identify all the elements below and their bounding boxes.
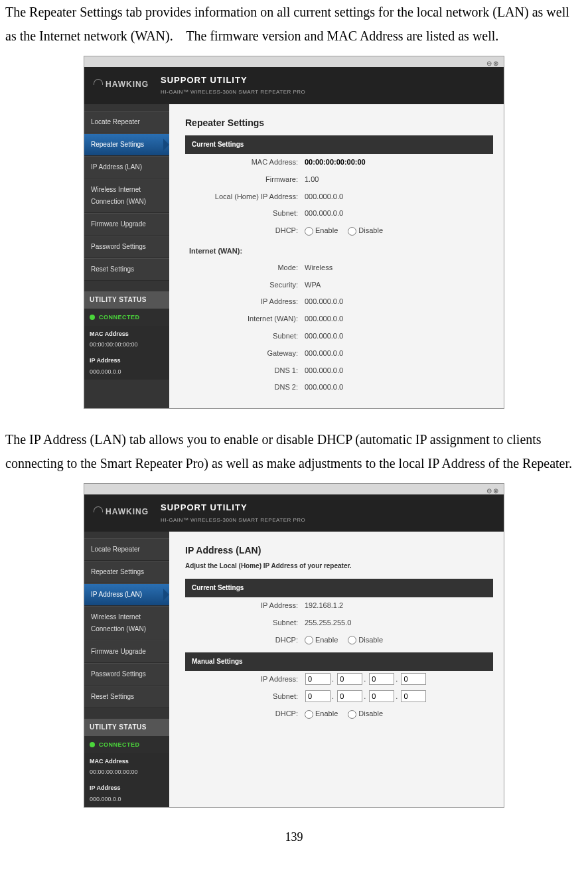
app-header: HAWKING SUPPORT UTILITY HI-GAIN™ WIRELES… [84,494,504,532]
window-controls[interactable]: ⊖⊗ [486,485,500,497]
row-cur-ip: IP Address:192.168.1.2 [185,597,493,615]
status-ip: IP Address 000.000.0.0 [84,352,169,379]
cur-dhcp-disable-radio[interactable] [348,636,356,644]
row-cur-subnet: Subnet:255.255.255.0 [185,615,493,632]
utility-status-panel: UTILITY STATUS CONNECTED MAC Address 00:… [84,719,169,807]
status-ip-label: IP Address [90,782,164,793]
page-number: 139 [5,826,583,848]
connection-status: CONNECTED [84,309,169,326]
sidebar-item-locate-repeater[interactable]: Locate Repeater [84,538,169,561]
app-title: SUPPORT UTILITY [161,72,305,88]
connection-status: CONNECTED [84,736,169,753]
ip-octet-1[interactable] [305,673,331,685]
sidebar-item-repeater-settings[interactable]: Repeater Settings [84,561,169,583]
sidebar-item-ip-address-lan[interactable]: IP Address (LAN) [84,583,169,606]
row-man-subnet: Subnet: . . . [185,688,493,706]
sidebar-item-firmware-upgrade[interactable]: Firmware Upgrade [84,213,169,236]
row-firmware: Firmware:1.00 [185,171,493,188]
status-dot-icon [90,315,95,320]
row-dhcp: DHCP: Enable Disable [185,222,493,240]
sidebar-item-password-settings[interactable]: Password Settings [84,663,169,686]
app-title-block: SUPPORT UTILITY HI-GAIN™ WIRELESS-300N S… [161,500,305,525]
app-title: SUPPORT UTILITY [161,500,305,515]
status-mac-value: 00:00:00:00:00:00 [90,339,164,350]
window-titlebar: ⊖⊗ [84,56,504,67]
row-wan-dns2: DNS 2:000.000.0.0 [185,379,493,396]
row-man-dhcp: DHCP: Enable Disable [185,706,493,723]
status-mac: MAC Address 00:00:00:00:00:00 [84,753,169,780]
dhcp-enable-option[interactable]: Enable [305,226,338,234]
utility-status-panel: UTILITY STATUS CONNECTED MAC Address 00:… [84,291,169,380]
sidebar-item-reset-settings[interactable]: Reset Settings [84,686,169,708]
utility-status-header: UTILITY STATUS [84,291,169,309]
app-subtitle: HI-GAIN™ WIRELESS-300N SMART REPEATER PR… [161,516,305,525]
cur-dhcp-enable-option[interactable]: Enable [305,636,338,644]
row-local-ip: Local (Home) IP Address:000.000.0.0 [185,188,493,206]
row-wan-internet: Internet (WAN):000.000.0.0 [185,311,493,328]
man-dhcp-enable-radio[interactable] [305,710,313,719]
status-ip-label: IP Address [90,355,164,366]
brand-logo: HAWKING [94,78,149,92]
connection-status-text: CONNECTED [99,312,140,323]
status-ip-value: 000.000.0.0 [90,794,164,804]
ip-octet-3[interactable] [369,673,394,685]
sidebar-item-wireless-wan[interactable]: Wireless Internet Connection (WAN) [84,179,169,213]
row-mac: MAC Address:00:00:00:00:00:00 [185,154,493,171]
cur-dhcp-enable-radio[interactable] [305,636,313,644]
connection-status-text: CONNECTED [99,739,140,750]
sidebar-item-repeater-settings[interactable]: Repeater Settings [84,133,169,156]
app-window-repeater-settings: ⊖⊗ HAWKING SUPPORT UTILITY HI-GAIN™ WIRE… [84,56,504,409]
man-dhcp-enable-option[interactable]: Enable [305,709,338,717]
app-title-block: SUPPORT UTILITY HI-GAIN™ WIRELESS-300N S… [161,72,305,98]
status-mac: MAC Address 00:00:00:00:00:00 [84,326,169,352]
status-dot-icon [90,742,95,747]
subnet-octet-1[interactable] [305,690,331,702]
dhcp-disable-option[interactable]: Disable [348,226,383,234]
row-wan-ip: IP Address:000.000.0.0 [185,293,493,311]
row-wan-gateway: Gateway:000.000.0.0 [185,345,493,362]
sidebar-item-locate-repeater[interactable]: Locate Repeater [84,111,169,133]
window-titlebar: ⊖⊗ [84,484,504,494]
status-ip: IP Address 000.000.0.0 [84,780,169,806]
sidebar-item-password-settings[interactable]: Password Settings [84,236,169,258]
status-ip-value: 000.000.0.0 [90,366,164,377]
page-title: Repeater Settings [185,115,493,131]
sidebar-item-ip-address-lan[interactable]: IP Address (LAN) [84,156,169,179]
page-subtitle: Adjust the Local (Home) IP Address of yo… [185,560,493,572]
subnet-octet-2[interactable] [337,690,362,702]
row-wan-mode: Mode:Wireless [185,260,493,277]
brand-logo: HAWKING [94,505,149,520]
main-panel: Repeater Settings Current Settings MAC A… [169,104,504,408]
utility-status-header: UTILITY STATUS [84,719,169,736]
window-controls[interactable]: ⊖⊗ [486,58,500,70]
sidebar-item-wireless-wan[interactable]: Wireless Internet Connection (WAN) [84,606,169,640]
wan-heading: Internet (WAN): [189,245,493,258]
ip-octet-2[interactable] [337,673,362,685]
sidebar: Locate Repeater Repeater Settings IP Add… [84,532,169,807]
main-panel: IP Address (LAN) Adjust the Local (Home)… [169,532,504,807]
row-subnet: Subnet:000.000.0.0 [185,205,493,222]
page-title: IP Address (LAN) [185,542,493,559]
current-settings-bar: Current Settings [185,135,493,154]
dhcp-enable-radio[interactable] [305,227,313,236]
subnet-octet-4[interactable] [401,690,426,702]
row-cur-dhcp: DHCP: Enable Disable [185,632,493,649]
row-wan-subnet: Subnet:000.000.0.0 [185,328,493,345]
dhcp-disable-radio[interactable] [348,227,356,236]
current-settings-bar: Current Settings [185,579,493,597]
cur-dhcp-disable-option[interactable]: Disable [348,636,383,644]
subnet-octet-3[interactable] [369,690,394,702]
app-header: HAWKING SUPPORT UTILITY HI-GAIN™ WIRELES… [84,67,504,104]
man-dhcp-disable-option[interactable]: Disable [348,709,383,717]
manual-settings-bar: Manual Settings [185,652,493,671]
status-mac-label: MAC Address [90,329,164,339]
sidebar-item-reset-settings[interactable]: Reset Settings [84,258,169,281]
doc-paragraph-2: The IP Address (LAN) tab allows you to e… [5,427,583,475]
status-mac-label: MAC Address [90,756,164,767]
man-dhcp-disable-radio[interactable] [348,710,356,719]
sidebar: Locate Repeater Repeater Settings IP Add… [84,104,169,408]
row-wan-security: Security:WPA [185,277,493,294]
sidebar-item-firmware-upgrade[interactable]: Firmware Upgrade [84,640,169,663]
row-man-ip: IP Address: . . . [185,671,493,688]
ip-octet-4[interactable] [401,673,426,685]
